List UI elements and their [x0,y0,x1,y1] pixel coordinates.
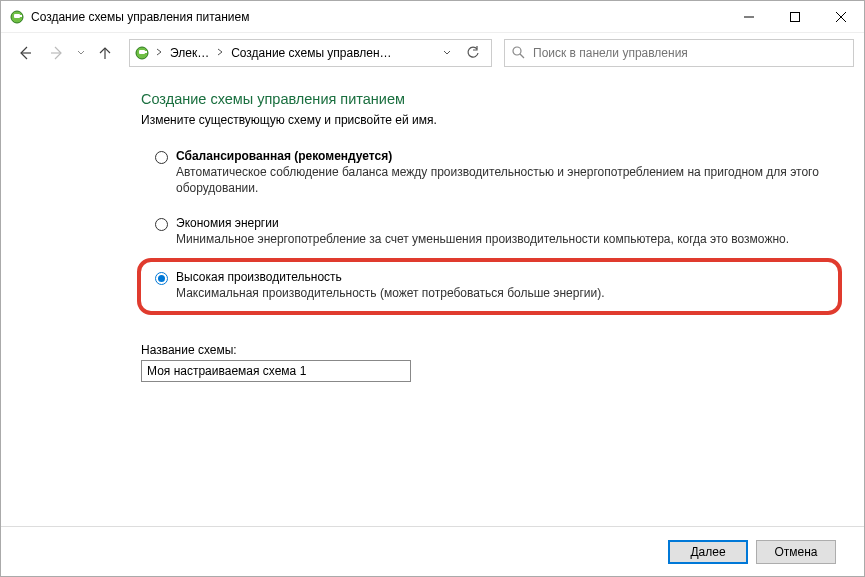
plan-options: Сбалансированная (рекомендуется) Автомат… [141,149,824,315]
window-controls [726,2,864,32]
highlight-annotation: Высокая производительность Максимальная … [137,258,842,315]
search-icon [511,45,525,62]
window-frame: Создание схемы управления питанием [0,0,865,577]
plan-name-input[interactable] [141,360,411,382]
titlebar: Создание схемы управления питанием [1,1,864,33]
option-high-performance[interactable]: Высокая производительность Максимальная … [155,270,824,301]
breadcrumb-item[interactable]: Создание схемы управлен… [227,40,395,66]
option-title: Сбалансированная (рекомендуется) [176,149,824,163]
search-box[interactable] [504,39,854,67]
svg-line-14 [520,54,524,58]
address-bar[interactable]: Элек… Создание схемы управлен… [129,39,492,67]
option-balanced[interactable]: Сбалансированная (рекомендуется) Автомат… [155,149,824,196]
back-button[interactable] [11,39,39,67]
search-input[interactable] [531,45,847,61]
recent-dropdown-icon[interactable] [75,48,87,59]
option-title: Экономия энергии [176,216,824,230]
plan-name-section: Название схемы: [141,343,824,382]
svg-rect-1 [14,14,20,18]
refresh-button[interactable] [461,41,485,65]
breadcrumb-item[interactable]: Элек… [166,40,213,66]
forward-button[interactable] [43,39,71,67]
maximize-button[interactable] [772,2,818,32]
option-description: Максимальная производительность (может п… [176,285,824,301]
chevron-right-icon[interactable] [213,48,227,58]
radio-button[interactable] [155,272,168,285]
nav-toolbar: Элек… Создание схемы управлен… [1,33,864,73]
option-body: Экономия энергии Минимальное энергопотре… [176,216,824,247]
svg-rect-11 [139,50,145,54]
page-subtitle: Измените существующую схему и присвойте … [141,113,824,127]
page-heading: Создание схемы управления питанием [141,91,824,107]
cancel-button[interactable]: Отмена [756,540,836,564]
radio-button[interactable] [155,151,168,164]
up-button[interactable] [91,39,119,67]
option-body: Высокая производительность Максимальная … [176,270,824,301]
option-description: Автоматическое соблюдение баланса между … [176,164,824,196]
option-power-saver[interactable]: Экономия энергии Минимальное энергопотре… [155,216,824,247]
svg-rect-4 [791,12,800,21]
minimize-button[interactable] [726,2,772,32]
next-button[interactable]: Далее [668,540,748,564]
svg-rect-2 [20,15,22,17]
window-title: Создание схемы управления питанием [31,10,726,24]
plan-name-label: Название схемы: [141,343,824,357]
svg-rect-12 [145,51,147,53]
history-dropdown-button[interactable] [435,41,459,65]
option-body: Сбалансированная (рекомендуется) Автомат… [176,149,824,196]
svg-point-13 [513,47,521,55]
option-description: Минимальное энергопотребление за счет ум… [176,231,824,247]
close-button[interactable] [818,2,864,32]
content-area: Создание схемы управления питанием Измен… [1,73,864,526]
option-title: Высокая производительность [176,270,824,284]
power-options-icon [9,9,25,25]
radio-button[interactable] [155,218,168,231]
dialog-footer: Далее Отмена [1,526,864,576]
chevron-right-icon[interactable] [152,48,166,58]
power-options-icon [132,45,152,61]
